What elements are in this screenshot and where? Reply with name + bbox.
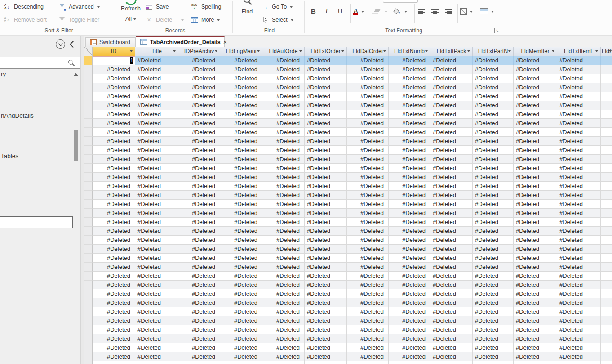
column-dropdown-icon[interactable] — [609, 50, 612, 53]
cell[interactable] — [601, 245, 612, 254]
cell[interactable]: #Deleted — [93, 83, 135, 92]
cell[interactable]: #Deleted — [389, 191, 430, 200]
cell[interactable]: #Deleted — [93, 65, 135, 74]
cell[interactable]: #Deleted — [347, 236, 389, 245]
cell[interactable]: #Deleted — [93, 361, 135, 364]
cell[interactable]: #Deleted — [262, 361, 305, 364]
column-dropdown-icon[interactable] — [173, 50, 176, 53]
cell[interactable]: #Deleted — [389, 137, 430, 146]
cell[interactable]: #Deleted — [430, 137, 473, 146]
cell[interactable]: #Deleted — [389, 263, 430, 272]
column-header-fldmemiter[interactable]: FldMemIter — [514, 47, 557, 56]
cell[interactable]: #Deleted — [262, 119, 305, 128]
cell[interactable]: #Deleted — [430, 65, 473, 74]
cell[interactable]: #Deleted — [262, 218, 305, 227]
cell[interactable]: #Deleted — [93, 263, 135, 272]
cell[interactable]: #Deleted — [93, 298, 135, 307]
cell[interactable]: #Deleted — [220, 119, 262, 128]
cell[interactable]: #Deleted — [93, 146, 135, 155]
cell[interactable]: #Deleted — [262, 101, 305, 110]
cell[interactable]: #Deleted — [389, 298, 430, 307]
cell[interactable]: #Deleted — [178, 164, 220, 173]
cell[interactable]: #Deleted — [389, 92, 430, 101]
cell[interactable]: #Deleted — [178, 65, 220, 74]
cell[interactable]: #Deleted — [178, 155, 220, 164]
cell[interactable]: #Deleted — [262, 74, 305, 83]
cell[interactable]: #Deleted — [305, 56, 347, 65]
cell[interactable]: #Deleted — [135, 155, 178, 164]
cell[interactable]: #Deleted — [557, 272, 601, 281]
column-dropdown-icon[interactable] — [130, 50, 133, 53]
select-all-corner[interactable] — [84, 47, 93, 56]
cell[interactable]: #Deleted — [557, 352, 601, 361]
cell[interactable]: #Deleted — [389, 218, 430, 227]
cell[interactable]: #Deleted — [135, 182, 178, 191]
cell[interactable]: #Deleted — [178, 361, 220, 364]
cell[interactable]: #Deleted — [389, 146, 430, 155]
select-button[interactable]: Select — [261, 14, 293, 26]
cell[interactable] — [601, 209, 612, 218]
cell[interactable]: #Deleted — [305, 173, 347, 182]
cell[interactable]: #Deleted — [557, 137, 601, 146]
cell[interactable]: #Deleted — [220, 137, 262, 146]
cell[interactable]: #Deleted — [93, 352, 135, 361]
column-header-fldautorde[interactable]: FldAutOrde — [262, 47, 305, 56]
cell[interactable] — [601, 334, 612, 343]
cell[interactable]: #Deleted — [473, 281, 514, 289]
cell[interactable]: #Deleted — [178, 92, 220, 101]
column-dropdown-icon[interactable] — [508, 50, 511, 53]
find-button[interactable]: Find — [237, 0, 257, 26]
nav-item[interactable]: ry — [1, 70, 6, 78]
cell[interactable]: #Deleted — [135, 65, 178, 74]
column-dropdown-icon[interactable] — [341, 50, 344, 53]
highlight-color-button[interactable] — [373, 5, 387, 17]
record-selector[interactable] — [84, 137, 93, 146]
column-header-fldtxtorder[interactable]: FldTxtOrder — [305, 47, 347, 56]
cell[interactable]: #Deleted — [178, 298, 220, 307]
cell[interactable]: #Deleted — [473, 343, 514, 352]
cell[interactable]: #Deleted — [557, 343, 601, 352]
cell[interactable]: #Deleted — [514, 236, 557, 245]
record-selector[interactable] — [84, 209, 93, 218]
record-selector[interactable] — [84, 74, 93, 83]
alternate-row-color-button[interactable] — [480, 5, 494, 17]
cell[interactable]: #Deleted — [135, 227, 178, 236]
search-icon[interactable] — [68, 60, 73, 65]
cell[interactable]: #Deleted — [430, 272, 473, 281]
cell[interactable]: #Deleted — [262, 245, 305, 254]
cell[interactable]: #Deleted — [93, 325, 135, 334]
record-selector[interactable] — [84, 227, 93, 236]
cell[interactable]: #Deleted — [178, 236, 220, 245]
cell[interactable]: #Deleted — [514, 83, 557, 92]
cell[interactable]: #Deleted — [262, 307, 305, 316]
cell[interactable]: #Deleted — [262, 128, 305, 137]
background-fill-button[interactable] — [393, 5, 407, 17]
cell[interactable]: #Deleted — [514, 191, 557, 200]
cell[interactable]: #Deleted — [262, 164, 305, 173]
cell[interactable]: #Deleted — [220, 182, 262, 191]
cell[interactable]: #Deleted — [514, 218, 557, 227]
cell[interactable]: #Deleted — [430, 334, 473, 343]
cell[interactable]: #Deleted — [305, 254, 347, 263]
cell[interactable]: #Deleted — [347, 263, 389, 272]
cell[interactable]: #Deleted — [305, 245, 347, 254]
cell[interactable]: #Deleted — [347, 272, 389, 281]
cell[interactable]: #Deleted — [178, 325, 220, 334]
cell[interactable]: #Deleted — [262, 173, 305, 182]
cell[interactable] — [601, 227, 612, 236]
cell[interactable]: #Deleted — [557, 65, 601, 74]
cell[interactable]: #Deleted — [262, 227, 305, 236]
cell[interactable]: #Deleted — [305, 164, 347, 173]
align-center-button[interactable] — [431, 6, 439, 18]
cell[interactable]: #Deleted — [347, 164, 389, 173]
cell[interactable]: #Deleted — [389, 325, 430, 334]
record-selector[interactable] — [84, 65, 93, 74]
record-selector[interactable] — [84, 119, 93, 128]
cell[interactable]: #Deleted — [220, 236, 262, 245]
cell[interactable]: #Deleted — [430, 307, 473, 316]
cell[interactable]: #Deleted — [93, 209, 135, 218]
cell[interactable]: #Deleted — [430, 119, 473, 128]
cell[interactable]: #Deleted — [262, 110, 305, 119]
cell[interactable]: #Deleted — [347, 74, 389, 83]
cell[interactable]: #Deleted — [305, 146, 347, 155]
